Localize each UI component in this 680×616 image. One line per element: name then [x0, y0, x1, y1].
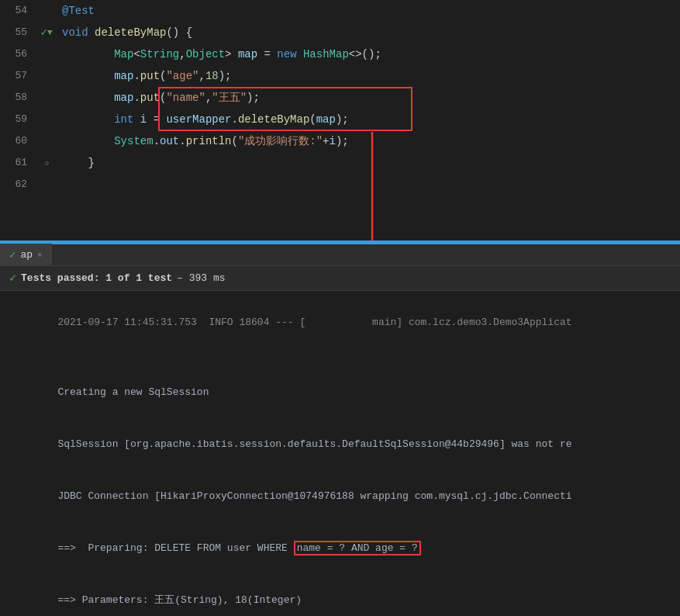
line-content-55: void deleteByMap() {: [58, 22, 680, 43]
line-number-56: 56: [0, 43, 35, 65]
code-line-56: 56 Map<String,Object> map = new HashMap<…: [0, 43, 680, 65]
line-number-59: 59: [0, 109, 35, 130]
console-line-1: 2021-09-17 11:45:31.753 INFO 18604 --- […: [9, 297, 671, 348]
test-result-label: Tests passed: 1 of 1 test: [21, 272, 172, 284]
console-line-sqlsession: SqlSession [org.apache.ibatis.session.de…: [9, 419, 671, 470]
test-result-duration: – 393 ms: [177, 272, 225, 284]
diamond-icon: ⬦: [44, 152, 50, 174]
code-line-58: 58 map.put("name","王五");: [0, 87, 680, 109]
line-content-59: int i = userMapper.deleteByMap(map);: [58, 109, 680, 130]
tab-close-icon[interactable]: ×: [37, 251, 43, 260]
line-number-54: 54: [0, 0, 35, 22]
code-line-62: 62: [0, 174, 680, 196]
code-lines: 54 @Test 55 ✓ ▼ void deleteByMap() { 56 …: [0, 0, 680, 196]
line-content-57: map.put("age",18);: [58, 65, 680, 87]
gutter-61: ⬦: [35, 152, 58, 174]
code-line-54: 54 @Test: [0, 0, 680, 22]
line-content-61: }: [58, 152, 680, 174]
console-line-jdbc: JDBC Connection [HikariProxyConnection@1…: [9, 471, 671, 522]
test-result-icon: ✓: [9, 271, 16, 286]
console-line-preparing: ==> Preparing: DELETE FROM user WHERE na…: [9, 523, 671, 574]
code-line-59: 59 int i = userMapper.deleteByMap(map);: [0, 109, 680, 130]
sql-highlight: name = ? AND age = ?: [294, 541, 421, 555]
line-number-55: 55: [0, 22, 35, 43]
line-number-57: 57: [0, 65, 35, 87]
gutter-55: ✓ ▼: [35, 22, 58, 43]
gutter-arrow-55: ▼: [47, 22, 53, 43]
console-line-creating: Creating a new SqlSession: [9, 367, 671, 418]
bottom-panel: ✓ ap × ✓ Tests passed: 1 of 1 test – 393…: [0, 243, 680, 616]
tab-bar: ✓ ap ×: [0, 243, 680, 266]
line-content-60: System.out.println("成功影响行数:"+i);: [58, 130, 680, 152]
test-pass-icon: ✓: [40, 22, 47, 43]
line-number-58: 58: [0, 87, 35, 109]
code-editor: 54 @Test 55 ✓ ▼ void deleteByMap() { 56 …: [0, 0, 680, 241]
line-content-54: @Test: [58, 0, 680, 22]
code-line-57: 57 map.put("age",18);: [0, 65, 680, 87]
code-line-60: 60 System.out.println("成功影响行数:"+i);: [0, 130, 680, 152]
console-line-blank1: [9, 349, 671, 366]
tab-ap[interactable]: ✓ ap ×: [0, 244, 52, 267]
tab-test-icon: ✓: [9, 248, 16, 261]
console-line-params: ==> Parameters: 王五(String), 18(Integer): [9, 575, 671, 616]
code-line-55: 55 ✓ ▼ void deleteByMap() {: [0, 22, 680, 43]
line-number-62: 62: [0, 174, 35, 196]
code-line-61: 61 ⬦ }: [0, 152, 680, 174]
tab-label: ap: [20, 249, 33, 261]
console-output: 2021-09-17 11:45:31.753 INFO 18604 --- […: [0, 291, 680, 616]
line-content-58: map.put("name","王五");: [58, 87, 680, 109]
line-number-61: 61: [0, 152, 35, 174]
test-result-bar: ✓ Tests passed: 1 of 1 test – 393 ms: [0, 266, 680, 291]
line-content-56: Map<String,Object> map = new HashMap<>()…: [58, 43, 680, 65]
line-number-60: 60: [0, 130, 35, 152]
